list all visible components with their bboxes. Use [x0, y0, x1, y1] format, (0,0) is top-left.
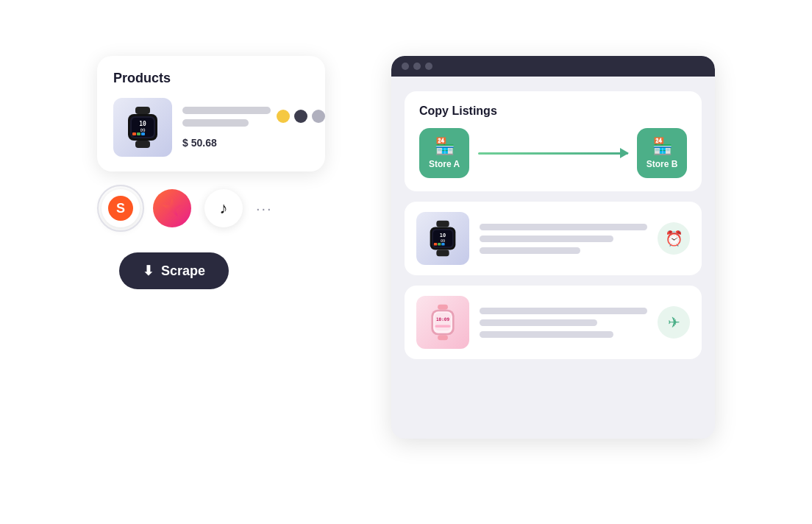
svg-text:09: 09: [441, 238, 445, 243]
svg-rect-19: [441, 243, 444, 245]
scrape-label: Scrape: [161, 263, 205, 279]
svg-rect-8: [137, 132, 140, 135]
platform-tiktok[interactable]: ♪: [204, 189, 243, 227]
platforms-row: S ♪ ···: [102, 189, 273, 227]
product-row: 10 09: [113, 98, 309, 157]
product-price: $ 50.68: [182, 137, 325, 149]
svg-rect-26: [435, 325, 451, 327]
tokopedia-icon: [162, 198, 182, 219]
shopee-icon: S: [108, 196, 133, 221]
tiktok-icon: ♪: [220, 199, 228, 218]
list-lines-1: [480, 224, 647, 254]
svg-rect-18: [438, 243, 441, 245]
product-info: $ 50.68: [182, 107, 325, 149]
chrome-dot-3: [425, 63, 432, 70]
copy-listings-section: Copy Listings 🏪 Store A 🏪: [405, 91, 702, 191]
svg-rect-0: [135, 107, 150, 114]
svg-rect-1: [135, 141, 150, 148]
store-a-icon: 🏪: [435, 137, 455, 156]
copy-listings-title: Copy Listings: [419, 105, 687, 118]
store-a-box[interactable]: 🏪 Store A: [419, 128, 469, 178]
list-action-1[interactable]: ⏰: [658, 222, 690, 255]
browser-body: Copy Listings 🏪 Store A 🏪: [391, 77, 715, 439]
scrape-button[interactable]: ⬇ Scrape: [119, 252, 229, 289]
send-icon: ✈: [668, 314, 680, 331]
store-b-box[interactable]: 🏪 Store B: [637, 128, 687, 178]
left-panel: Products: [97, 56, 347, 468]
copy-flow: 🏪 Store A 🏪 Store B: [419, 128, 687, 178]
store-a-label: Store A: [429, 159, 460, 169]
svg-text:09: 09: [140, 127, 146, 132]
browser-chrome: [391, 56, 715, 77]
dot-yellow: [277, 110, 290, 123]
list-line-1b: [480, 236, 613, 242]
svg-rect-7: [132, 132, 136, 135]
dot-dark: [294, 110, 307, 123]
list-line-2a: [480, 308, 647, 314]
dots-row: [277, 110, 325, 123]
svg-text:10:09: 10:09: [436, 316, 450, 322]
svg-rect-20: [438, 305, 448, 310]
clock-icon: ⏰: [665, 230, 683, 247]
scene: Products: [75, 34, 737, 490]
svg-rect-17: [434, 243, 437, 245]
list-line-1a: [480, 224, 647, 230]
svg-text:10: 10: [440, 233, 446, 238]
svg-rect-9: [141, 132, 145, 135]
list-line-2c: [480, 331, 613, 338]
svg-rect-21: [438, 335, 448, 340]
platform-shopee[interactable]: S: [102, 189, 140, 227]
svg-text:10: 10: [139, 121, 146, 127]
svg-rect-10: [436, 221, 449, 227]
browser-frame: Copy Listings 🏪 Store A 🏪: [391, 56, 715, 439]
arrow-right: [478, 144, 628, 162]
product-line-2: [182, 119, 249, 127]
store-b-icon: 🏪: [652, 137, 672, 156]
list-line-1c: [480, 247, 580, 254]
list-line-2b: [480, 319, 597, 326]
list-img-1: 10 09: [416, 212, 469, 265]
list-img-2: 10:09: [416, 296, 469, 349]
list-item-1: 10 09 ⏰: [405, 202, 702, 275]
svg-rect-11: [436, 250, 449, 257]
dot-gray: [312, 110, 325, 123]
product-lines: [182, 107, 271, 127]
product-line-1: [182, 107, 271, 114]
platform-more[interactable]: ···: [256, 200, 273, 217]
list-action-2[interactable]: ✈: [658, 306, 690, 339]
chrome-dot-2: [413, 63, 421, 70]
products-title: Products: [113, 71, 309, 86]
arrow-line: [478, 152, 628, 155]
right-panel: Copy Listings 🏪 Store A 🏪: [377, 56, 715, 468]
product-image: 10 09: [113, 98, 172, 157]
scrape-download-icon: ⬇: [143, 263, 154, 279]
list-item-2: 10:09 ✈: [405, 286, 702, 359]
chrome-dot-1: [402, 63, 409, 70]
platform-tokopedia[interactable]: [153, 189, 191, 227]
store-b-label: Store B: [647, 159, 678, 169]
products-card: Products: [97, 56, 325, 171]
list-lines-2: [480, 308, 647, 338]
